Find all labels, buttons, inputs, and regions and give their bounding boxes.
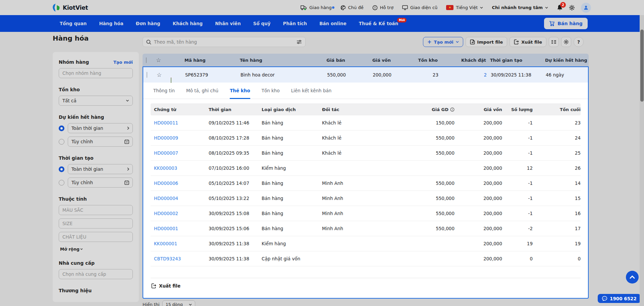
tab-ton-kho[interactable]: Tồn kho — [262, 83, 280, 99]
old-interface-menu-item[interactable]: Giao diện cũ — [402, 5, 437, 10]
help-button[interactable]: ? — [574, 37, 584, 47]
ledger-qty: -2 — [502, 226, 533, 231]
col-ma-hang[interactable]: Mã hàng — [183, 58, 240, 63]
ledger-row[interactable]: HD000009 08/10/2025 17:28 Bán hàng Khách… — [151, 131, 581, 146]
ledger-cost: 200,000 — [454, 181, 502, 186]
delivery-menu-item[interactable]: Giao hàng — [301, 5, 331, 10]
nav-item-so-quy[interactable]: Sổ quỹ — [253, 21, 271, 26]
tab-lien-ket-kenh-ban[interactable]: Liên kết kênh bán — [291, 83, 332, 99]
settings-button[interactable] — [569, 5, 575, 11]
import-file-button[interactable]: Import file — [466, 37, 507, 47]
col-ton-kho[interactable]: Tồn kho — [391, 58, 438, 63]
forecast-all-radio[interactable] — [59, 125, 64, 131]
question-mark-icon: ? — [577, 39, 580, 45]
nav-item-tong-quan[interactable]: Tổng quan — [60, 21, 87, 26]
ledger-time: 30/09/2025 11:38 — [205, 256, 258, 261]
nav-item-thue-ke-toan[interactable]: Thuế & Kế toán Mới — [359, 21, 398, 26]
stock-filter-select[interactable]: Tất cả — [59, 96, 133, 106]
sell-button[interactable]: Bán hàng — [544, 18, 588, 29]
scrollbar-thumb[interactable] — [640, 30, 644, 102]
col-du-kien-het-hang[interactable]: Dự kiến hết hàng — [545, 58, 589, 63]
ledger-doc-link[interactable]: HD000009 — [151, 135, 205, 141]
forecast-custom-option[interactable]: Tùy chỉnh — [68, 137, 133, 147]
nav-item-khach-hang[interactable]: Khách hàng — [173, 21, 203, 26]
search-input[interactable] — [154, 39, 294, 45]
col-thoi-gian-tao[interactable]: Thời gian tạo — [486, 58, 545, 63]
created-all-radio[interactable] — [59, 166, 64, 172]
nav-item-phan-tich[interactable]: Phân tích — [283, 21, 307, 26]
user-avatar[interactable] — [581, 3, 591, 13]
ledger-qty: 19 — [502, 241, 533, 246]
export-file-button[interactable]: Xuất file — [509, 37, 546, 47]
product-ordered-link[interactable]: 2 — [484, 72, 487, 78]
ledger-row[interactable]: CBTD93243 30/09/2025 11:38 Cập nhật giá … — [151, 251, 581, 266]
group-filter-input[interactable] — [59, 68, 133, 78]
nav-item-ban-online[interactable]: Bán online — [319, 21, 346, 26]
attribute-size-input[interactable] — [59, 218, 133, 228]
ledger-row[interactable]: HD000002 30/09/2025 15:08 Bán hàng Minh … — [151, 206, 581, 221]
favorite-star-icon[interactable]: ☆ — [156, 57, 161, 63]
ledger-row[interactable]: HD000011 09/10/2025 11:46 Bán hàng Khách… — [151, 115, 581, 131]
list-settings-button[interactable] — [561, 37, 571, 47]
kiotviet-logo-icon — [52, 3, 60, 12]
ledger-row[interactable]: HD000004 05/10/2025 13:22 Bán hàng Minh … — [151, 191, 581, 206]
ledger-doc-link[interactable]: HD000002 — [151, 211, 205, 216]
ledger-doc-link[interactable]: HD000011 — [151, 120, 205, 125]
ledger-footer: Xuất file — [151, 278, 581, 295]
ledger-doc-link[interactable]: HD000001 — [151, 226, 205, 231]
nav-item-don-hang[interactable]: Đơn hàng — [136, 21, 160, 26]
ledger-doc-link[interactable]: KK000001 — [151, 241, 205, 246]
ledger-doc-link[interactable]: KK000003 — [151, 165, 205, 171]
col-gia-von[interactable]: Giá vốn — [345, 58, 391, 63]
tab-thong-tin[interactable]: Thông tin — [153, 83, 175, 99]
branch-selector[interactable]: Chi nhánh trung tâm — [492, 5, 548, 10]
product-row[interactable]: ☆ SP652379 Bình hoa decor 550,000 200,00… — [143, 67, 588, 83]
ledger-doc-link[interactable]: CBTD93243 — [151, 256, 205, 261]
ledger-row[interactable]: HD000007 08/10/2025 09:35 Bán hàng Khách… — [151, 146, 581, 161]
attribute-material-input[interactable] — [59, 232, 133, 242]
favorite-star-icon[interactable]: ☆ — [157, 71, 162, 78]
ledger-cost: 200,000 — [454, 150, 502, 156]
col-khach-dat[interactable]: Khách đặt — [438, 58, 486, 63]
forecast-all-option[interactable]: Toàn thời gian — [68, 123, 133, 133]
notifications-button[interactable]: 2 — [557, 4, 563, 11]
ledger-row[interactable]: HD000001 30/09/2025 15:06 Bán hàng Minh … — [151, 221, 581, 236]
theme-menu-item[interactable]: Chủ đề — [340, 5, 364, 10]
col-gia-ban[interactable]: Giá bán — [304, 58, 345, 63]
ledger-doc-link[interactable]: HD000004 — [151, 196, 205, 201]
info-icon[interactable] — [450, 107, 454, 112]
select-all-checkbox[interactable] — [146, 57, 147, 63]
filter-sliders-icon[interactable] — [297, 40, 302, 44]
supplier-filter-input[interactable] — [59, 269, 133, 279]
ledger-row[interactable]: KK000001 30/09/2025 11:38 Kiểm hàng 200,… — [151, 236, 581, 251]
ledger-row[interactable]: HD000006 05/10/2025 14:07 Bán hàng Minh … — [151, 176, 581, 191]
ledger-row[interactable]: KK000003 07/10/2025 16:00 Kiểm hàng 200,… — [151, 161, 581, 176]
ledger-export-button[interactable]: Xuất file — [151, 283, 180, 289]
language-selector[interactable]: ★ Tiếng Việt — [446, 5, 483, 10]
nav-item-nhan-vien[interactable]: Nhân viên — [215, 21, 241, 26]
create-button[interactable]: + Tạo mới — [423, 37, 463, 47]
ledger-ending-stock: 16 — [533, 211, 581, 216]
hotline-button[interactable]: 1900 6522 — [598, 294, 641, 303]
create-group-link[interactable]: Tạo mới — [113, 60, 133, 65]
row-checkbox[interactable] — [147, 72, 147, 78]
lcol-ton-cuoi: Tồn cuối — [533, 107, 581, 112]
tab-the-kho[interactable]: Thẻ kho — [230, 83, 250, 99]
expand-attributes-link[interactable]: Mở rộng — [60, 247, 133, 252]
support-menu-item[interactable]: Hỗ trợ — [372, 5, 393, 10]
scroll-to-top-button[interactable] — [626, 271, 639, 284]
attribute-color-input[interactable] — [59, 205, 133, 215]
created-custom-radio[interactable] — [59, 180, 64, 186]
created-all-option[interactable]: Toàn thời gian — [68, 164, 133, 174]
ledger-doc-link[interactable]: HD000006 — [151, 181, 205, 186]
tab-mo-ta-ghi-chu[interactable]: Mô tả, ghi chú — [186, 83, 218, 99]
created-custom-option[interactable]: Tùy chỉnh — [68, 177, 133, 188]
ledger-doc-link[interactable]: HD000007 — [151, 150, 205, 156]
col-ten-hang[interactable]: Tên hàng — [240, 58, 304, 63]
forecast-custom-radio[interactable] — [59, 139, 64, 145]
nav-item-hang-hoa[interactable]: Hàng hóa — [99, 21, 123, 26]
column-settings-button[interactable] — [549, 37, 559, 47]
kiotviet-logo[interactable]: KiotViet — [52, 0, 88, 15]
rows-per-page-select[interactable]: 15 dòng — [162, 300, 195, 306]
ledger-time: 07/10/2025 16:00 — [205, 165, 258, 171]
